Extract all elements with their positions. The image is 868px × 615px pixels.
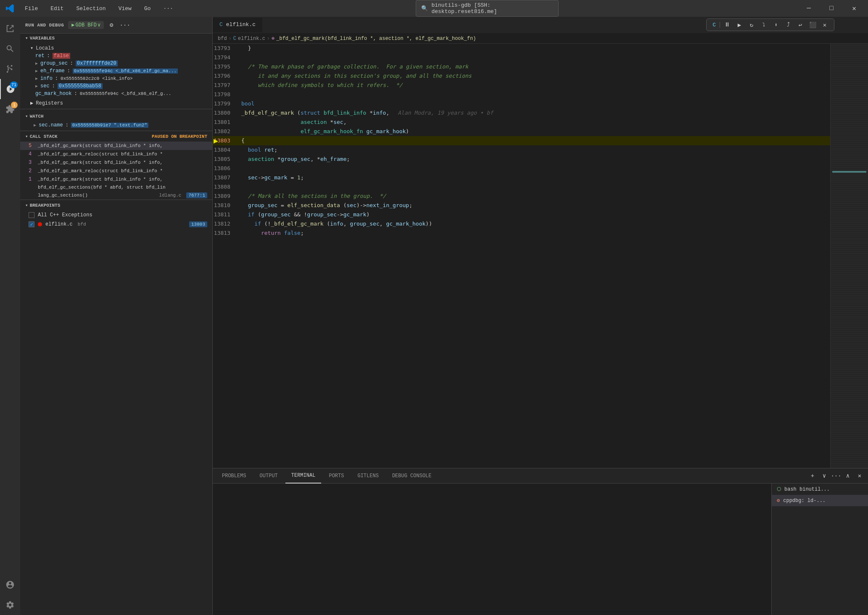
registers-group-header[interactable]: ▶ Registers [20, 99, 212, 107]
code-view[interactable]: 13793 } 13794 13795 /* The mark phase of… [213, 44, 830, 468]
bp-elflink-checkbox[interactable]: ✓ [29, 221, 34, 227]
bp-cpp-label: All C++ Exceptions [38, 212, 92, 218]
breadcrumb-file[interactable]: elflink.c [238, 36, 265, 42]
panel-maximize-btn[interactable]: ∧ [843, 471, 853, 481]
sep1: › [229, 36, 232, 42]
tab-debug-console[interactable]: DEBUG CONSOLE [386, 468, 438, 484]
tab-ports[interactable]: PORTS [323, 468, 350, 484]
debug-config-selector[interactable]: ▶ GDB BFD ∨ [68, 21, 104, 29]
menu-bar: File Edit Selection View Go ··· [22, 4, 176, 13]
debug-restart-btn[interactable]: ↻ [746, 20, 757, 30]
var-name-ret: ret [35, 53, 45, 59]
line-num-13797: 13797 [213, 81, 238, 90]
tab-terminal[interactable]: TERMINAL [285, 468, 322, 484]
call-stack-frame-4[interactable]: 4 _bfd_elf_gc_mark_reloc(struct bfd_link… [20, 150, 212, 158]
var-info[interactable]: ▶ info : 0x55555582c2c0 <link_info> [20, 75, 212, 82]
activity-extensions[interactable]: 1 [0, 99, 20, 119]
sep2: › [267, 36, 270, 42]
var-name-group-sec: group_sec [40, 60, 68, 66]
watch-section: ▾ WATCH ▶ sec.name : 0x5555558b91e7 ".te… [20, 109, 212, 131]
debug-step-out-btn[interactable]: ⬆ [770, 20, 782, 30]
debug-step-back-btn[interactable]: ↩ [794, 20, 806, 30]
collapse-icon: ▾ [25, 113, 28, 119]
line-num-13794: 13794 [213, 53, 238, 62]
debug-continue-btn[interactable]: ⤴ [782, 20, 794, 30]
title-search-bar[interactable]: 🔍 binutils-gdb [SSH: desktop.reset816.me… [416, 0, 559, 17]
frame-fn-1: _bfd_elf_gc_mark(struct bfd_link_info * … [38, 177, 163, 182]
locals-group-header[interactable]: ▾ Locals [20, 44, 212, 52]
call-stack-frame-lang[interactable]: lang_gc_sections() ldlang.c 7677:1 [20, 191, 212, 200]
menu-go[interactable]: Go [142, 4, 153, 13]
window-controls: ─ □ ✕ [799, 0, 864, 17]
bp-elflink[interactable]: ✓ elflink.c bfd 13803 [20, 220, 212, 229]
bp-cpp-checkbox[interactable] [29, 212, 34, 218]
debug-disconnect-btn[interactable]: ✕ [819, 20, 831, 30]
bp-all-cpp[interactable]: All C++ Exceptions [20, 210, 212, 220]
expand-icon: ▶ [35, 76, 38, 81]
var-group-sec[interactable]: ▶ group_sec : 0x7ffffffde20 [20, 60, 212, 67]
panel-tab-bar: PROBLEMS OUTPUT TERMINAL PORTS GITLENS D… [213, 468, 868, 484]
window-maximize[interactable]: □ [822, 0, 841, 17]
call-stack-header[interactable]: ▾ CALL STACK Paused on breakpoint [20, 131, 212, 142]
activity-run-debug[interactable]: 71 [0, 79, 20, 99]
cppdbg-icon: ⚙ [777, 497, 780, 504]
watch-sec-name[interactable]: ▶ sec.name : 0x5555558b91e7 ".text.fun2" [20, 121, 212, 129]
activity-settings[interactable] [0, 595, 20, 615]
var-sec[interactable]: ▶ sec : 0x5555558bab58 [20, 82, 212, 90]
frame-num-2: 2 [29, 168, 34, 174]
collapse-icon: ▾ [25, 202, 28, 208]
variables-section-header[interactable]: ▾ VARIABLES [20, 34, 212, 42]
tab-output[interactable]: OUTPUT [254, 468, 284, 484]
breadcrumb-function[interactable]: _bfd_elf_gc_mark(bfd_link_info *, asecti… [276, 36, 476, 42]
tab-gitlens[interactable]: GITLENS [351, 468, 384, 484]
debug-action-bar: C ⏸ ▶ ↻ ⤵ ⬆ ⤴ ↩ ⬛ ✕ [706, 18, 834, 31]
window-minimize[interactable]: ─ [799, 0, 818, 17]
debug-settings-btn[interactable]: ⚙ [106, 19, 117, 31]
activity-source-control[interactable] [0, 59, 20, 79]
var-gc-mark-hook[interactable]: gc_mark_hook : 0x5555555fe94c <_bfd_x86_… [20, 90, 212, 97]
menu-file[interactable]: File [22, 4, 40, 13]
call-stack-frame-5[interactable]: 5 _bfd_elf_gc_mark(struct bfd_link_info … [20, 142, 212, 150]
terminal-output[interactable] [213, 484, 771, 615]
debug-more-btn[interactable]: ··· [119, 19, 131, 31]
terminal-more-btn[interactable]: ··· [831, 471, 841, 481]
var-ret[interactable]: ret : false [20, 52, 212, 60]
cppdbg-label: cppdbg: ld-... [783, 498, 826, 504]
line-num-13802: 13802 [213, 127, 238, 136]
split-terminal-btn[interactable]: ∨ [819, 471, 829, 481]
call-stack-frame-gc-sections[interactable]: bfd_elf_gc_sections(bfd * abfd, struct b… [20, 184, 212, 191]
debug-stop-btn[interactable]: ⬛ [807, 20, 818, 30]
watch-label: WATCH [30, 114, 44, 119]
var-eh-frame[interactable]: ▶ eh_frame : 0x5555555fe94c <_bfd_x86_el… [20, 67, 212, 75]
menu-selection[interactable]: Selection [74, 4, 108, 13]
new-terminal-btn[interactable]: + [807, 471, 818, 481]
debug-pause-btn[interactable]: ⏸ [721, 20, 733, 30]
debug-step-into-btn[interactable]: ⤵ [758, 20, 770, 30]
menu-more[interactable]: ··· [161, 4, 175, 13]
code-and-panel: 13793 } 13794 13795 /* The mark phase of… [213, 44, 868, 615]
activity-search[interactable] [0, 39, 20, 59]
debug-step-over-btn[interactable]: ▶ [733, 20, 745, 30]
breakpoints-header[interactable]: ▾ BREAKPOINTS [20, 200, 212, 210]
tab-elflink[interactable]: C elflink.c [213, 18, 262, 32]
activity-account[interactable] [0, 575, 20, 595]
terminal-session-cppdbg[interactable]: ⚙ cppdbg: ld-... [772, 495, 868, 506]
activity-explorer[interactable] [0, 18, 20, 39]
panel-close-btn[interactable]: ✕ [855, 471, 865, 481]
menu-view[interactable]: View [116, 4, 134, 13]
line-num-13798: 13798 [213, 90, 238, 99]
terminal-session-bash[interactable]: ⬡ bash binutil... [772, 484, 868, 495]
play-icon: ▶ [71, 22, 74, 28]
call-stack-frame-3[interactable]: 3 _bfd_elf_gc_mark(struct bfd_link_info … [20, 158, 212, 167]
call-stack-frame-1[interactable]: 1 _bfd_elf_gc_mark(struct bfd_link_info … [20, 175, 212, 184]
watch-section-header[interactable]: ▾ WATCH [20, 111, 212, 121]
frame-fn-4: _bfd_elf_gc_mark_reloc(struct bfd_link_i… [38, 152, 163, 157]
tab-problems[interactable]: PROBLEMS [216, 468, 252, 484]
code-line-13812: 13812 if (!_bfd_elf_gc_mark (info, group… [213, 219, 830, 229]
breadcrumb-bfd[interactable]: bfd [218, 36, 227, 42]
menu-edit[interactable]: Edit [48, 4, 66, 13]
var-sep: : [55, 76, 58, 81]
code-line-13805: 13805 asection *group_sec, *eh_frame; [213, 155, 830, 164]
window-close[interactable]: ✕ [844, 0, 864, 17]
call-stack-frame-2[interactable]: 2 _bfd_elf_gc_mark_reloc(struct bfd_link… [20, 167, 212, 175]
